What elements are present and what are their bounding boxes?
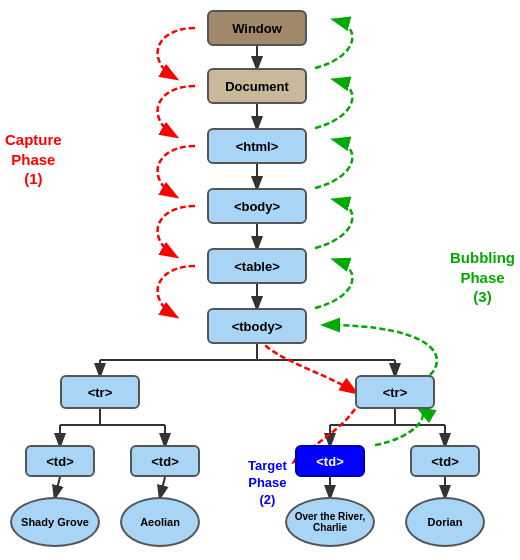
over-river-label: Over the River, Charlie (287, 511, 373, 533)
tbody-node: <tbody> (207, 308, 307, 344)
table-node: <table> (207, 248, 307, 284)
body-label: <body> (234, 199, 280, 214)
svg-line-17 (55, 477, 60, 497)
document-node: Document (207, 68, 307, 104)
capture-phase-label: CapturePhase(1) (5, 130, 62, 189)
tr-left-label: <tr> (88, 385, 113, 400)
window-label: Window (232, 21, 282, 36)
event-flow-diagram: Window Document <html> <body> <table> <t… (0, 0, 520, 560)
td3-node: <td> (295, 445, 365, 477)
aeolian-oval: Aeolian (120, 497, 200, 547)
body-node: <body> (207, 188, 307, 224)
td3-label: <td> (316, 454, 343, 469)
html-node: <html> (207, 128, 307, 164)
td4-label: <td> (431, 454, 458, 469)
td2-label: <td> (151, 454, 178, 469)
tr-right-node: <tr> (355, 375, 435, 409)
svg-line-18 (160, 477, 165, 497)
dorian-oval: Dorian (405, 497, 485, 547)
td4-node: <td> (410, 445, 480, 477)
td2-node: <td> (130, 445, 200, 477)
shady-grove-oval: Shady Grove (10, 497, 100, 547)
aeolian-label: Aeolian (140, 516, 180, 528)
tr-left-node: <tr> (60, 375, 140, 409)
tbody-label: <tbody> (232, 319, 283, 334)
target-phase-label: TargetPhase(2) (248, 458, 287, 509)
td1-label: <td> (46, 454, 73, 469)
document-label: Document (225, 79, 289, 94)
td1-node: <td> (25, 445, 95, 477)
tr-right-label: <tr> (383, 385, 408, 400)
dorian-label: Dorian (428, 516, 463, 528)
table-label: <table> (234, 259, 280, 274)
window-node: Window (207, 10, 307, 46)
shady-grove-label: Shady Grove (21, 516, 89, 528)
over-river-oval: Over the River, Charlie (285, 497, 375, 547)
bubbling-phase-label: BubblingPhase(3) (450, 248, 515, 307)
html-label: <html> (236, 139, 279, 154)
